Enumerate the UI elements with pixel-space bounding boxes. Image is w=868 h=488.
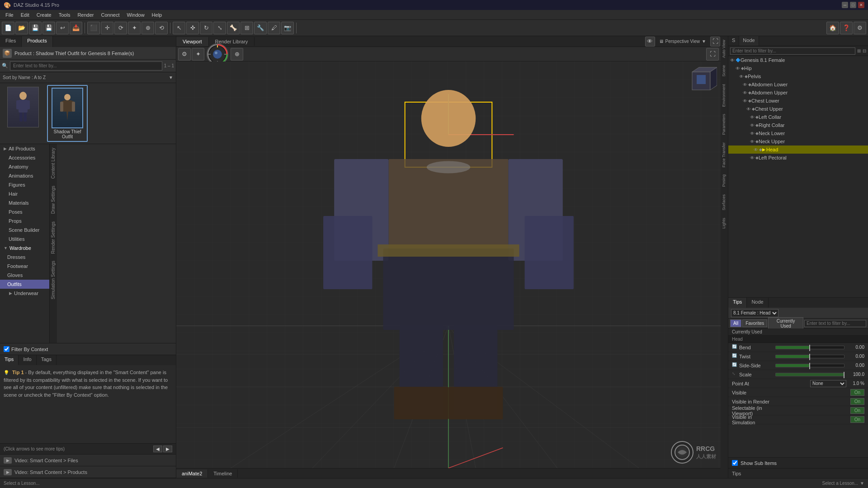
outfit-thumbnail[interactable]: Shadow Thief Outfit <box>47 85 88 142</box>
prop-scale-slider[interactable] <box>775 373 844 376</box>
scene-row-head[interactable]: 👁 ◆ ▶ Head <box>728 145 868 154</box>
status-dropdown[interactable]: ▼ <box>860 481 864 486</box>
prop-side-side-slider[interactable] <box>775 364 844 367</box>
menu-create[interactable]: Create <box>33 11 55 19</box>
tips-tab-tags[interactable]: Tags <box>37 355 57 365</box>
sort-arrow[interactable]: ▼ <box>169 75 173 80</box>
prop-twist-handle[interactable] <box>809 354 810 360</box>
content-sort[interactable]: Sort by Name : A to Z ▼ <box>0 72 176 83</box>
toolbar-t9[interactable]: 📷 <box>281 22 294 34</box>
close-button[interactable]: ✕ <box>858 2 864 8</box>
prop-point-at-select[interactable]: None <box>810 380 846 387</box>
menu-file[interactable]: File <box>2 11 17 19</box>
prop-scale-handle[interactable] <box>844 372 844 378</box>
toolbar-t3[interactable]: ⟳ <box>114 22 127 34</box>
props-search-input[interactable] <box>804 320 866 327</box>
tab-timeline[interactable]: Timeline <box>208 469 238 478</box>
rsb-posing[interactable]: Posing <box>721 171 728 191</box>
toolbar-help2[interactable]: ❓ <box>840 22 853 34</box>
subcat-outfits[interactable]: Outfits <box>0 280 49 289</box>
menu-window[interactable]: Window <box>123 11 148 19</box>
toolbar-import[interactable]: 📥 <box>70 22 82 34</box>
toolbar-save2[interactable]: 💾 <box>42 22 55 34</box>
prop-bend-handle[interactable] <box>809 345 810 351</box>
subcat-gloves[interactable]: Gloves <box>0 271 49 280</box>
toolbar-move[interactable]: ✜ <box>186 22 199 34</box>
maximize-button[interactable]: □ <box>850 2 856 8</box>
vp-tb-3[interactable]: ⊕ <box>231 48 243 61</box>
scene-expand-icon[interactable]: ⊞ <box>857 48 861 53</box>
scene-row-hip[interactable]: 👁 ◆ Hip <box>728 64 868 72</box>
cat-all-products[interactable]: ▶ All Products <box>0 144 49 153</box>
subcat-underwear[interactable]: ▶ Underwear <box>0 289 49 298</box>
scene-collapse-icon[interactable]: ⊟ <box>863 48 866 53</box>
cat-wardrobe[interactable]: ▼ Wardrobe <box>0 244 49 253</box>
video-link-products[interactable]: ▶ Video: Smart Content > Products <box>0 466 176 478</box>
rsb-lights[interactable]: Lights <box>721 214 728 232</box>
menu-connect[interactable]: Connect <box>98 11 123 19</box>
prop-selectable-toggle[interactable]: On <box>850 407 864 414</box>
filter-context-label[interactable]: Filter By Context <box>4 346 48 352</box>
menu-edit[interactable]: Edit <box>17 11 33 19</box>
tab-viewport[interactable]: Viewport <box>176 37 209 46</box>
cat-accessories[interactable]: ▶ Accessories <box>0 153 49 162</box>
menu-tools[interactable]: Tools <box>55 11 74 19</box>
node-label[interactable]: Node <box>739 36 759 46</box>
props-target-select[interactable]: 8.1 Female : Head <box>731 309 778 317</box>
subcat-footwear[interactable]: Footwear <box>0 262 49 271</box>
scene-search-input[interactable] <box>730 47 855 55</box>
cat-props[interactable]: ▶ Props <box>0 216 49 225</box>
menu-render[interactable]: Render <box>74 11 97 19</box>
toolbar-help3[interactable]: ⚙ <box>854 22 866 34</box>
toolbar-select[interactable]: ↖ <box>173 22 185 34</box>
tab-products[interactable]: Products <box>22 36 52 47</box>
toolbar-t1[interactable]: ⬛ <box>87 22 100 34</box>
menu-help[interactable]: Help <box>148 11 166 19</box>
scene-row-left-collar[interactable]: 👁 ◆ Left Collar <box>728 113 868 121</box>
scene-row-chest-lower[interactable]: 👁 ◆ Chest Lower <box>728 97 868 105</box>
prop-side-side-handle[interactable] <box>809 363 810 369</box>
vp-maximize[interactable]: ⛶ <box>710 37 720 47</box>
toolbar-t7[interactable]: 🔧 <box>254 22 267 34</box>
char-thumbnail[interactable] <box>3 85 43 129</box>
rsb-face-transfer[interactable]: Face Transfer <box>721 139 728 171</box>
sidebar-content-library[interactable]: Content Library <box>50 144 57 182</box>
cat-utilities[interactable]: ▶ Utilities <box>0 235 49 244</box>
prop-bend-slider[interactable] <box>775 346 844 349</box>
prop-visible-sim-toggle[interactable]: On <box>850 416 864 423</box>
toolbar-help1[interactable]: 🏠 <box>826 22 839 34</box>
subcat-dresses[interactable]: Dresses <box>0 253 49 262</box>
toolbar-t2[interactable]: ✛ <box>101 22 113 34</box>
cat-hair[interactable]: ▶ Hair <box>0 189 49 198</box>
tab-files[interactable]: Files <box>0 36 22 47</box>
rsb-parameters[interactable]: Parameters <box>721 110 728 139</box>
minimize-button[interactable]: ─ <box>842 2 848 8</box>
toolbar-save[interactable]: 💾 <box>29 22 42 34</box>
props-tab-node[interactable]: Node <box>747 298 768 308</box>
toolbar-t5[interactable]: ⊕ <box>142 22 154 34</box>
viewport-canvas[interactable]: RRCG人人素材 <box>176 61 721 468</box>
toolbar-rotate[interactable]: ↻ <box>200 22 212 34</box>
cat-anatomy[interactable]: ▶ Anatomy <box>0 162 49 171</box>
video-link-files[interactable]: ▶ Video: Smart Content > Files <box>0 455 176 466</box>
toolbar-joint[interactable]: ⊞ <box>241 22 253 34</box>
toolbar-t6[interactable]: ⟲ <box>155 22 168 34</box>
scene-row-abdomen-upper[interactable]: 👁 ◆ Abdomen Upper <box>728 89 868 97</box>
tab-animate2[interactable]: aniMate2 <box>176 469 208 478</box>
sidebar-sim-settings[interactable]: Simulation Settings <box>50 257 57 303</box>
tips-tab-tips[interactable]: Tips <box>0 355 19 365</box>
prop-visible-render-toggle[interactable]: On <box>850 398 864 405</box>
prop-twist-slider[interactable] <box>775 355 844 358</box>
rsb-environment[interactable]: Environment <box>721 80 728 111</box>
sidebar-render-settings[interactable]: Render Settings <box>50 218 57 258</box>
scene-row-neck-upper[interactable]: 👁 ◆ Neck Upper <box>728 137 868 145</box>
rsb-scene[interactable]: Scene <box>721 61 728 80</box>
scene-row-pelvis[interactable]: 👁 ◆ Pelvis <box>728 72 868 80</box>
prop-visible-toggle[interactable]: On <box>850 389 864 396</box>
scene-row-abdomen-lower[interactable]: 👁 ◆ Abdomen Lower <box>728 80 868 89</box>
scene-row-genesis[interactable]: 👁 🔷 Genesis 8.1 Female <box>728 56 868 64</box>
props-tips-label[interactable]: Tips <box>732 471 741 476</box>
vp-tb-2[interactable]: ✦ <box>192 48 204 61</box>
toolbar-new[interactable]: 📄 <box>2 22 14 34</box>
scene-row-left-pectoral[interactable]: 👁 ◆ Left Pectoral <box>728 154 868 162</box>
